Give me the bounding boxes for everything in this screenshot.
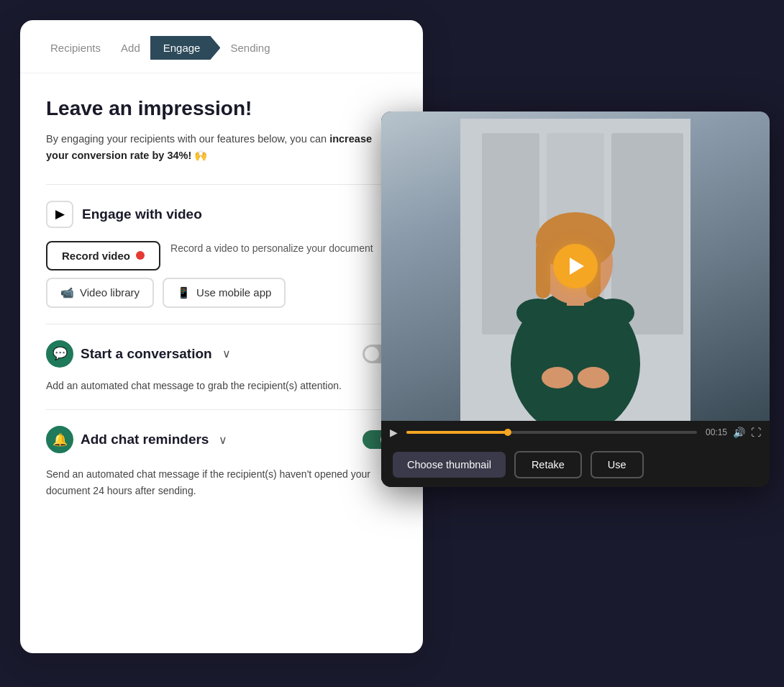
reminders-section-row: 🔔 Add chat reminders ∨ bbox=[46, 426, 397, 453]
conversation-section-row: 💬 Start a conversation ∨ bbox=[46, 340, 397, 368]
record-dot-icon bbox=[136, 251, 145, 260]
divider-3 bbox=[46, 409, 397, 410]
video-panel: ▶ 00:15 🔊 ⛶ Choose thumbnail Retake Use bbox=[381, 112, 770, 487]
record-video-button[interactable]: Record video bbox=[46, 241, 160, 270]
progress-dot bbox=[504, 429, 511, 436]
play-pause-button[interactable]: ▶ bbox=[390, 427, 398, 438]
video-library-button[interactable]: 📹 Video library bbox=[46, 278, 154, 308]
divider-2 bbox=[46, 324, 397, 324]
subtitle: By engaging your recipients with our fea… bbox=[46, 131, 397, 164]
svg-point-14 bbox=[578, 367, 609, 388]
conversation-chevron-icon: ∨ bbox=[222, 347, 231, 360]
reminders-title: Add chat reminders bbox=[81, 432, 209, 447]
record-label: Record video bbox=[62, 250, 130, 262]
play-button[interactable] bbox=[553, 244, 598, 288]
video-section-header: ▶ Engage with video bbox=[46, 201, 397, 228]
svg-point-11 bbox=[516, 299, 560, 327]
reminders-chevron-icon: ∨ bbox=[219, 433, 227, 447]
conversation-title: Start a conversation bbox=[81, 346, 212, 362]
mobile-label: Use mobile app bbox=[196, 286, 271, 299]
video-secondary-buttons: 📹 Video library 📱 Use mobile app bbox=[46, 278, 397, 308]
main-card: Recipients Add Engage Sending Leave an i… bbox=[20, 20, 423, 653]
video-library-icon: 📹 bbox=[60, 286, 74, 299]
step-tabs: Recipients Add Engage Sending bbox=[20, 20, 423, 73]
tab-sending[interactable]: Sending bbox=[220, 37, 280, 58]
play-triangle-icon bbox=[570, 258, 584, 275]
time-label: 00:15 bbox=[706, 427, 727, 437]
tab-recipients[interactable]: Recipients bbox=[40, 37, 111, 58]
fullscreen-button[interactable]: ⛶ bbox=[751, 427, 761, 438]
page-title: Leave an impression! bbox=[46, 96, 397, 121]
video-section-title: Engage with video bbox=[82, 206, 202, 222]
reminders-icon: 🔔 bbox=[46, 426, 73, 453]
card-body: Leave an impression! By engaging your re… bbox=[20, 73, 423, 499]
use-button[interactable]: Use bbox=[591, 451, 644, 478]
reminders-desc: Send an automated chat message if the re… bbox=[46, 466, 397, 499]
video-preview bbox=[381, 112, 770, 421]
video-play-icon: ▶ bbox=[55, 206, 65, 222]
svg-rect-9 bbox=[536, 241, 550, 299]
video-buttons: Record video Record a video to personali… bbox=[46, 241, 397, 270]
mobile-app-button[interactable]: 📱 Use mobile app bbox=[163, 278, 286, 308]
video-actions: Choose thumbnail Retake Use bbox=[381, 442, 770, 487]
retake-button[interactable]: Retake bbox=[514, 451, 582, 478]
video-library-label: Video library bbox=[80, 286, 140, 299]
bell-icon: 🔔 bbox=[53, 432, 68, 447]
subtitle-plain: By engaging your recipients with our fea… bbox=[46, 133, 329, 145]
subtitle-emoji: 🙌 bbox=[191, 150, 207, 161]
mobile-icon: 📱 bbox=[177, 286, 191, 299]
svg-point-12 bbox=[591, 299, 634, 327]
volume-button[interactable]: 🔊 bbox=[733, 427, 745, 438]
choose-thumbnail-button[interactable]: Choose thumbnail bbox=[393, 452, 506, 478]
tab-add[interactable]: Add bbox=[111, 37, 150, 58]
divider-1 bbox=[46, 184, 397, 185]
chat-icon: 💬 bbox=[53, 346, 68, 361]
conversation-icon: 💬 bbox=[46, 340, 73, 368]
conversation-desc: Add an automated chat message to grab th… bbox=[46, 378, 397, 393]
video-controls: ▶ 00:15 🔊 ⛶ bbox=[381, 421, 770, 442]
video-section-icon: ▶ bbox=[46, 201, 73, 228]
progress-fill bbox=[406, 431, 508, 434]
progress-bar[interactable] bbox=[406, 431, 697, 434]
video-desc: Record a video to personalize your docum… bbox=[170, 241, 373, 270]
svg-point-13 bbox=[542, 367, 573, 388]
tab-engage[interactable]: Engage bbox=[150, 36, 221, 60]
